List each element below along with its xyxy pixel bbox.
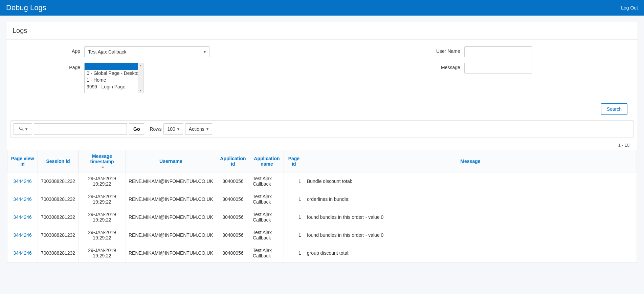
username-label: User Name [353, 46, 464, 54]
cell-page-view-id[interactable]: 3444246 [7, 190, 38, 208]
cell-message: found bundles in this order: - value 0 [304, 226, 637, 244]
go-button[interactable]: Go [129, 123, 144, 135]
cell-app-id: 30400056 [216, 244, 250, 262]
cell-session-id: 7003088281232 [38, 226, 79, 244]
cell-timestamp: 29-JAN-201919:29:22 [79, 226, 126, 244]
table-row: 3444246700308828123229-JAN-201919:29:22R… [7, 244, 637, 262]
sort-desc-icon: ↓≡ [81, 165, 123, 169]
cell-timestamp: 29-JAN-201919:29:22 [79, 172, 126, 190]
cell-app-id: 30400056 [216, 226, 250, 244]
actions-menu-button[interactable]: Actions ▾ [185, 123, 212, 135]
cell-message: found bundles in this order: - value 0 [304, 208, 637, 226]
cell-session-id: 7003088281232 [38, 190, 79, 208]
report-toolbar: ▾ Go Rows 100 ▾ Actions ▾ [10, 120, 634, 138]
actions-label: Actions [189, 126, 204, 132]
cell-session-id: 7003088281232 [38, 208, 79, 226]
chevron-down-icon: ▾ [206, 127, 208, 131]
app-select-value: Test Ajax Callback [88, 49, 127, 55]
search-column-button[interactable]: ▾ [14, 123, 32, 135]
search-icon [19, 126, 24, 132]
col-session-id[interactable]: Session id [38, 150, 79, 172]
app-label: App [17, 46, 84, 54]
cell-message: Bundle discount total: [304, 172, 637, 190]
cell-app-name: Test Ajax Callback [250, 172, 284, 190]
app-title: Debug Logs [6, 3, 46, 12]
report-search-input[interactable] [34, 123, 127, 135]
logout-link[interactable]: Log Out [621, 5, 638, 10]
rows-value: 100 [167, 126, 175, 132]
chevron-down-icon: ▾ [25, 127, 27, 131]
cell-timestamp: 29-JAN-201919:29:22 [79, 244, 126, 262]
cell-username: RENE.MIKAMI@INFOMENTUM.CO.UK [126, 226, 216, 244]
page-option[interactable]: 9999 - Login Page [85, 83, 143, 90]
col-username[interactable]: Username [126, 150, 216, 172]
filter-area: App Test Ajax Callback ▾ User Name Page [6, 40, 638, 102]
cell-username: RENE.MIKAMI@INFOMENTUM.CO.UK [126, 208, 216, 226]
cell-page-id: 1 [284, 172, 304, 190]
pagination-info: 1 - 10 [6, 141, 638, 150]
app-select[interactable]: Test Ajax Callback ▾ [84, 46, 209, 57]
page-option[interactable]: 0 - Global Page - Desktop [85, 70, 143, 77]
message-label: Message [353, 63, 464, 70]
cell-page-id: 1 [284, 208, 304, 226]
topbar: Debug Logs Log Out [0, 0, 644, 16]
card-heading: Logs [6, 22, 638, 40]
cell-app-name: Test Ajax Callback [250, 226, 284, 244]
chevron-down-icon: ▾ [177, 127, 179, 131]
cell-page-id: 1 [284, 226, 304, 244]
scroll-up-icon[interactable]: ▴ [140, 64, 141, 67]
table-row: 3444246700308828123229-JAN-201919:29:22R… [7, 208, 637, 226]
col-message[interactable]: Message [304, 150, 637, 172]
cell-page-id: 1 [284, 190, 304, 208]
search-button[interactable]: Search [601, 103, 627, 115]
col-page-id[interactable]: Page id [284, 150, 304, 172]
col-page-view-id[interactable]: Page view id [7, 150, 38, 172]
cell-page-view-id[interactable]: 3444246 [7, 244, 38, 262]
svg-line-1 [22, 129, 23, 131]
svg-point-0 [19, 127, 22, 129]
scroll-down-icon[interactable]: ▾ [140, 89, 141, 92]
cell-page-id: 1 [284, 244, 304, 262]
cell-app-name: Test Ajax Callback [250, 208, 284, 226]
page-multiselect[interactable]: 0 - Global Page - Desktop1 - Home9999 - … [84, 63, 143, 93]
cell-session-id: 7003088281232 [38, 172, 79, 190]
cell-username: RENE.MIKAMI@INFOMENTUM.CO.UK [126, 190, 216, 208]
col-app-id[interactable]: Application id [216, 150, 250, 172]
cell-username: RENE.MIKAMI@INFOMENTUM.CO.UK [126, 244, 216, 262]
cell-app-id: 30400056 [216, 208, 250, 226]
rows-select[interactable]: 100 ▾ [163, 123, 183, 135]
table-row: 3444246700308828123229-JAN-201919:29:22R… [7, 226, 637, 244]
col-timestamp[interactable]: Message timestamp ↓≡ [79, 150, 126, 172]
cell-timestamp: 29-JAN-201919:29:22 [79, 208, 126, 226]
scrollbar[interactable]: ▴ ▾ [138, 63, 143, 93]
table-row: 3444246700308828123229-JAN-201919:29:22R… [7, 190, 637, 208]
page-option[interactable] [85, 63, 143, 70]
cell-app-id: 30400056 [216, 172, 250, 190]
cell-page-view-id[interactable]: 3444246 [7, 226, 38, 244]
chevron-down-icon: ▾ [204, 49, 206, 54]
cell-username: RENE.MIKAMI@INFOMENTUM.CO.UK [126, 172, 216, 190]
table-row: 3444246700308828123229-JAN-201919:29:22R… [7, 172, 637, 190]
cell-session-id: 7003088281232 [38, 244, 79, 262]
page-label: Page [17, 63, 84, 70]
cell-app-id: 30400056 [216, 190, 250, 208]
page-option[interactable]: 1 - Home [85, 77, 143, 83]
cell-timestamp: 29-JAN-201919:29:22 [79, 190, 126, 208]
cell-app-name: Test Ajax Callback [250, 190, 284, 208]
cell-message: orderlines in bundle: [304, 190, 637, 208]
logs-table: Page view id Session id Message timestam… [7, 150, 637, 262]
username-input[interactable] [464, 46, 532, 57]
cell-page-view-id[interactable]: 3444246 [7, 208, 38, 226]
cell-message: group discount total: [304, 244, 637, 262]
cell-app-name: Test Ajax Callback [250, 244, 284, 262]
col-app-name[interactable]: Application name [250, 150, 284, 172]
col-timestamp-label: Message timestamp [90, 153, 114, 164]
message-input[interactable] [464, 63, 532, 74]
cell-page-view-id[interactable]: 3444246 [7, 172, 38, 190]
rows-label: Rows [150, 126, 161, 132]
logs-card: Logs App Test Ajax Callback ▾ User Name [6, 22, 638, 262]
